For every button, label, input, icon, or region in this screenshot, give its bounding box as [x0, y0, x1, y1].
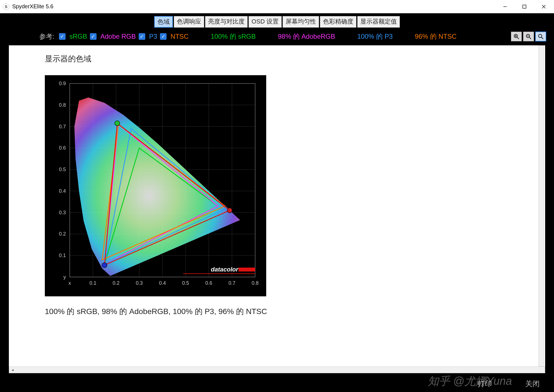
svg-text:0.7: 0.7 [229, 280, 235, 286]
horizontal-scrollbar[interactable]: ◂ [9, 367, 545, 373]
watermark: 知乎 @尤娜Yuna [428, 373, 512, 389]
svg-rect-1 [523, 5, 526, 8]
svg-text:0.2: 0.2 [59, 231, 66, 237]
svg-text:0.7: 0.7 [59, 124, 66, 129]
svg-text:0.4: 0.4 [59, 188, 66, 194]
svg-line-9 [529, 37, 531, 39]
ref-srgb-label: sRGB [69, 33, 87, 40]
tab-bar: 色域 色调响应 亮度与对比度 OSD 设置 屏幕均匀性 色彩精确度 显示器额定值 [1, 14, 553, 28]
content-area: 显示器的色域 0.10.20.30.40.50.60.70.80.10.20.3… [9, 45, 545, 367]
svg-rect-60 [239, 268, 255, 271]
zoom-in-icon [513, 33, 519, 40]
checkbox-ntsc[interactable]: ✓ [160, 33, 167, 40]
tab-tone-response[interactable]: 色调响应 [174, 16, 204, 28]
minimize-icon [503, 5, 507, 9]
close-button[interactable] [534, 0, 553, 13]
zoom-fit-icon [538, 33, 544, 40]
svg-text:0.4: 0.4 [159, 280, 166, 286]
svg-point-56 [115, 121, 120, 126]
svg-text:0.1: 0.1 [89, 280, 96, 286]
svg-text:0.5: 0.5 [182, 280, 189, 286]
svg-point-57 [227, 208, 232, 213]
scroll-left-arrow[interactable]: ◂ [9, 367, 16, 373]
svg-text:0.3: 0.3 [59, 210, 66, 215]
tab-monitor-rating[interactable]: 显示器额定值 [357, 16, 400, 28]
ref-ntsc-label: NTSC [170, 33, 188, 40]
svg-text:0.5: 0.5 [59, 167, 66, 172]
maximize-icon [522, 5, 526, 9]
cie-chart-svg: 0.10.20.30.40.50.60.70.80.10.20.30.40.50… [45, 75, 266, 296]
tab-brightness-contrast[interactable]: 亮度与对比度 [205, 16, 248, 28]
maximize-button[interactable] [515, 0, 534, 13]
summary-text: 100% 的 sRGB, 98% 的 AdobeRGB, 100% 的 P3, … [45, 306, 509, 317]
measure-srgb: 100% 的 sRGB [211, 32, 256, 41]
svg-text:0.9: 0.9 [59, 81, 66, 86]
ref-adobergb-label: Adobe RGB [100, 33, 136, 40]
vertical-scrollbar[interactable] [539, 45, 544, 367]
svg-text:0.8: 0.8 [59, 102, 66, 108]
tab-color-accuracy[interactable]: 色彩精确度 [320, 16, 356, 28]
reference-label: 参考: [39, 32, 55, 41]
page-heading: 显示器的色域 [45, 54, 509, 64]
titlebar: S SpyderXElite 5.6 [0, 0, 554, 13]
zoom-out-icon [525, 33, 532, 40]
svg-text:0.8: 0.8 [252, 280, 258, 286]
svg-text:datacolor: datacolor [211, 266, 239, 273]
svg-line-5 [517, 37, 519, 39]
app-frame: 色域 色调响应 亮度与对比度 OSD 设置 屏幕均匀性 色彩精确度 显示器额定值… [0, 13, 554, 392]
svg-text:0.6: 0.6 [205, 280, 212, 286]
svg-line-12 [542, 37, 543, 39]
svg-text:0.2: 0.2 [113, 280, 120, 286]
gamut-chart: 0.10.20.30.40.50.60.70.80.10.20.30.40.50… [45, 75, 266, 296]
zoom-fit-button[interactable] [535, 32, 546, 41]
checkbox-adobergb[interactable]: ✓ [90, 33, 97, 40]
svg-point-11 [539, 34, 542, 38]
svg-text:0.1: 0.1 [59, 253, 66, 258]
checkbox-p3[interactable]: ✓ [139, 33, 145, 40]
svg-text:y: y [63, 274, 66, 280]
close-action[interactable]: 关闭 [525, 379, 540, 389]
window-title: SpyderXElite 5.6 [12, 3, 53, 10]
tab-osd-settings[interactable]: OSD 设置 [248, 16, 282, 28]
svg-text:0.3: 0.3 [136, 280, 143, 286]
ref-p3-label: P3 [149, 33, 157, 40]
measure-ntsc: 96% 的 NTSC [415, 32, 457, 41]
zoom-out-button[interactable] [523, 32, 534, 41]
svg-point-58 [102, 263, 107, 268]
zoom-in-button[interactable] [511, 32, 522, 41]
svg-text:0.6: 0.6 [59, 145, 66, 151]
tab-screen-uniformity[interactable]: 屏幕均匀性 [283, 16, 319, 28]
minimize-button[interactable] [495, 0, 515, 13]
svg-text:x: x [69, 280, 71, 286]
reference-bar: 参考: ✓ sRGB ✓ Adobe RGB ✓ P3 ✓ NTSC 100% … [1, 28, 553, 45]
checkbox-srgb[interactable]: ✓ [59, 33, 66, 40]
app-icon: S [3, 3, 9, 10]
close-icon [542, 4, 546, 9]
tab-gamut[interactable]: 色域 [154, 16, 173, 28]
measure-adobergb: 98% 的 AdobeRGB [278, 32, 335, 41]
measure-p3: 100% 的 P3 [357, 32, 393, 41]
